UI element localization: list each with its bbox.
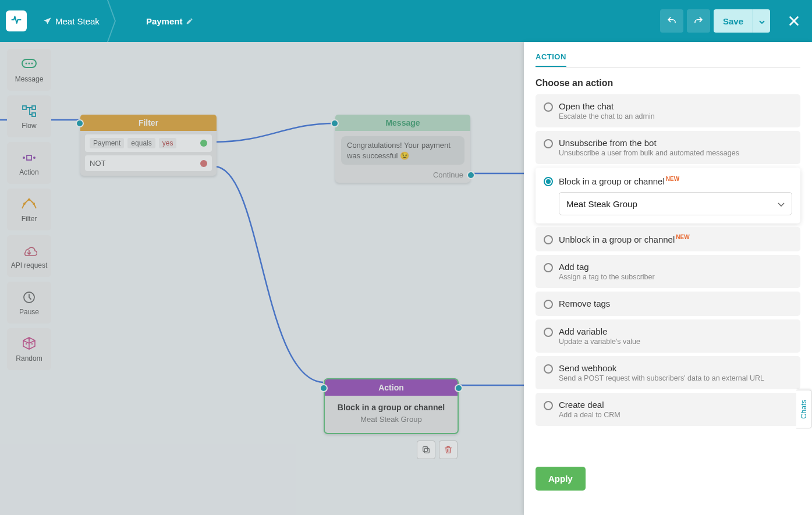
palette-flow[interactable]: Flow [7, 95, 51, 137]
option-label: Unblock in a group or channelNEW [559, 234, 792, 244]
action-option[interactable]: Add tagAssign a tag to the subscriber [536, 255, 800, 288]
palette-pause[interactable]: Pause [7, 282, 51, 324]
action-option[interactable]: Block in a group or channelNEWMeat Steak… [536, 168, 800, 223]
palette-label: API request [11, 261, 48, 269]
chats-side-tab[interactable]: Chats [796, 390, 812, 429]
logo[interactable] [6, 10, 27, 31]
redo-button[interactable] [687, 9, 710, 33]
option-label: Open the chat [559, 101, 792, 111]
option-label: Remove tags [559, 299, 792, 308]
option-text: Add variableUpdate a variable's value [559, 326, 792, 346]
breadcrumb-flow[interactable]: Payment [138, 16, 203, 26]
option-label: Add variable [559, 326, 792, 336]
svg-rect-8 [32, 113, 36, 116]
chevron-down-icon [778, 198, 785, 209]
breadcrumb-separator [115, 0, 131, 42]
breadcrumb-flow-label: Payment [146, 16, 183, 26]
filter-icon [21, 196, 37, 212]
svg-point-16 [26, 343, 27, 344]
filter-else-row[interactable]: NOT [85, 155, 212, 171]
palette-action[interactable]: Action [7, 142, 51, 184]
duplicate-button[interactable] [417, 441, 435, 459]
filter-var: Payment [90, 138, 124, 148]
action-option[interactable]: Send webhookSend a POST request with sub… [536, 356, 800, 389]
message-body: Congratulations! Your payment was succes… [335, 131, 470, 168]
radio-icon [544, 263, 553, 272]
group-selector[interactable]: Meat Steak Group [559, 192, 792, 215]
action-option[interactable]: Unblock in a group or channelNEW [536, 227, 800, 251]
panel-tab-action[interactable]: ACTION [536, 52, 566, 67]
header-actions: Save [660, 9, 806, 33]
dice-icon [21, 336, 37, 352]
node-filter[interactable]: Filter Payment equals yes NOT [80, 115, 217, 176]
svg-point-9 [23, 157, 25, 159]
option-text: Add tagAssign a tag to the subscriber [559, 262, 792, 281]
action-option[interactable]: Unsubscribe from the botUnsubscribe a us… [536, 131, 800, 164]
palette-label: Message [15, 75, 44, 83]
option-label: Create deal [559, 400, 792, 410]
close-button[interactable] [782, 9, 806, 33]
svg-rect-7 [32, 106, 36, 109]
close-icon [788, 15, 800, 27]
option-desc: Update a variable's value [559, 338, 792, 346]
option-label: Unsubscribe from the bot [559, 138, 792, 148]
action-option[interactable]: Remove tags [536, 292, 800, 316]
app-header: Meat Steak Payment Save [0, 0, 812, 42]
filter-condition-row[interactable]: Payment equals yes [85, 134, 212, 152]
save-dropdown-button[interactable] [753, 9, 770, 33]
save-group: Save [714, 9, 770, 33]
option-label: Send webhook [559, 363, 792, 373]
radio-icon [544, 235, 553, 244]
port-out[interactable] [455, 384, 463, 392]
svg-point-5 [31, 63, 33, 65]
node-action[interactable]: Action Block in a group or channel Meat … [324, 378, 459, 434]
breadcrumb-bot-label: Meat Steak [55, 16, 100, 26]
trash-icon [444, 445, 453, 454]
node-action-title: Action [325, 379, 458, 396]
node-message[interactable]: Message Congratulations! Your payment wa… [335, 115, 470, 183]
apply-button[interactable]: Apply [536, 467, 586, 491]
option-text: Remove tags [559, 299, 792, 308]
option-desc: Escalate the chat to an admin [559, 112, 792, 120]
radio-icon [544, 364, 553, 374]
palette-label: Action [19, 168, 38, 176]
palette-random[interactable]: Random [7, 328, 51, 370]
radio-icon [544, 300, 553, 309]
palette-filter[interactable]: Filter [7, 189, 51, 230]
panel-heading: Choose an action [536, 78, 800, 88]
svg-point-13 [23, 203, 26, 205]
node-filter-title: Filter [80, 115, 217, 131]
palette-label: Pause [19, 308, 39, 316]
port-in[interactable] [320, 384, 328, 392]
port-in[interactable] [76, 119, 84, 127]
port-in[interactable] [331, 119, 339, 127]
action-option[interactable]: Create dealAdd a deal to CRM [536, 393, 800, 426]
option-label: Add tag [559, 262, 792, 272]
filter-else-label: NOT [90, 159, 105, 168]
save-button[interactable]: Save [714, 9, 753, 33]
port-out[interactable] [467, 171, 475, 179]
delete-button[interactable] [439, 441, 458, 459]
block-palette: Message Flow Action Filter API request P… [7, 49, 51, 375]
pulse-icon [10, 14, 22, 29]
breadcrumb-bot[interactable]: Meat Steak [35, 16, 108, 26]
action-option[interactable]: Open the chatEscalate the chat to an adm… [536, 94, 800, 127]
palette-label: Flow [22, 122, 36, 130]
radio-icon [544, 328, 553, 337]
option-text: Unsubscribe from the botUnsubscribe a us… [559, 138, 792, 157]
palette-message[interactable]: Message [7, 49, 51, 91]
radio-icon [544, 401, 553, 410]
option-text: Create dealAdd a deal to CRM [559, 400, 792, 419]
svg-point-11 [33, 157, 36, 159]
option-label: Block in a group or channelNEW [559, 176, 792, 186]
node-tools [417, 441, 458, 459]
filter-val: yes [159, 138, 177, 148]
option-desc: Add a deal to CRM [559, 411, 792, 419]
option-text: Block in a group or channelNEWMeat Steak… [559, 176, 792, 215]
undo-button[interactable] [660, 9, 683, 33]
option-text: Send webhookSend a POST request with sub… [559, 363, 792, 382]
action-option[interactable]: Add variableUpdate a variable's value [536, 319, 800, 353]
palette-api-request[interactable]: API request [7, 235, 51, 277]
action-group: Meat Steak Group [331, 415, 452, 424]
svg-rect-6 [23, 106, 26, 109]
